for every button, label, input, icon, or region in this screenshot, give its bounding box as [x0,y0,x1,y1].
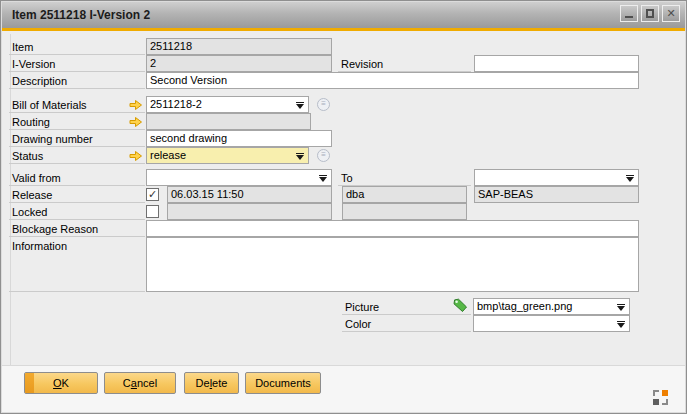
release-datetime-field: 06.03.15 11:50 [167,186,332,203]
grip-square-orange [662,390,668,396]
valid-from-label: Valid from [9,170,145,186]
dropdown-arrow-icon [296,155,304,160]
locked-checkbox[interactable] [146,205,159,218]
revision-label: Revision [338,56,471,72]
dropdown-arrow-icon [617,323,625,328]
locked-datetime-field [167,203,332,220]
drawing-number-input[interactable]: second drawing [146,130,332,147]
iversion-label: I-Version [9,56,145,72]
documents-button[interactable]: Documents [245,372,321,394]
status-combo[interactable]: release [146,147,309,164]
minimize-button[interactable] [620,5,638,22]
release-user-field: dba [342,186,467,203]
drawing-number-label: Drawing number [9,131,145,147]
close-icon: ✕ [666,7,675,19]
description-label: Description [9,73,145,89]
routing-field [146,113,311,130]
delete-button[interactable]: Delete [184,372,239,394]
item-label: Item [9,39,145,55]
revision-input[interactable] [474,55,639,72]
picture-combo[interactable]: bmp\tag_green.png [473,298,630,315]
ok-button-accent [25,373,34,393]
bom-link-arrow-icon[interactable] [129,99,143,111]
blockage-reason-input[interactable] [146,220,639,237]
iversion-field: 2 [146,55,332,72]
minimize-icon [625,16,633,18]
release-checkbox[interactable]: ✓ [146,188,159,201]
bom-option-icon[interactable]: ≡ [317,98,330,111]
status-link-arrow-icon[interactable] [129,150,143,162]
dialog-window: Item 2511218 I-Version 2 ✕ Item 2511218 … [0,0,687,414]
grip-square-gray [653,399,659,405]
ok-label-key: O [53,377,62,389]
locked-user-field [342,203,467,220]
ok-button[interactable]: OK [24,372,98,394]
dropdown-arrow-icon [319,177,327,182]
documents-label: Documents [255,377,311,389]
information-textarea[interactable] [146,237,639,292]
picture-combo-value: bmp\tag_green.png [477,300,572,312]
routing-label: Routing [9,114,145,130]
bom-label: Bill of Materials [9,97,145,113]
cancel-button[interactable]: Cancel [104,372,176,394]
maximize-icon [646,9,654,18]
green-tag-icon [451,298,468,313]
grip-corner-tl [653,390,659,396]
color-label: Color [342,316,471,332]
grip-corner-br [662,399,668,405]
valid-to-combo[interactable] [474,169,639,186]
description-input[interactable]: Second Version [146,72,639,89]
delete-label-post: ete [212,377,227,389]
title-bar[interactable]: Item 2511218 I-Version 2 [2,2,685,28]
maximize-button[interactable] [641,5,659,22]
release-label: Release [9,187,145,203]
resize-grip-icon[interactable] [653,390,668,405]
status-combo-value: release [150,149,186,161]
locked-label: Locked [9,204,145,220]
close-button[interactable]: ✕ [662,5,680,22]
color-combo[interactable] [473,315,630,332]
dropdown-arrow-icon [296,104,304,109]
delete-label-pre: De [196,377,210,389]
status-label: Status [9,148,145,164]
status-option-icon[interactable]: ≡ [317,149,330,162]
cancel-label-post: ncel [137,377,157,389]
blockage-reason-label: Blockage Reason [9,221,145,237]
bom-combo-value: 2511218-2 [150,98,202,110]
item-field: 2511218 [146,38,332,55]
dropdown-arrow-icon [626,177,634,182]
valid-to-label: To [338,170,471,186]
bom-combo[interactable]: 2511218-2 [146,96,309,113]
routing-link-arrow-icon[interactable] [129,116,143,128]
cancel-label-pre: C [123,377,131,389]
ok-label-post: K [62,377,69,389]
window-title: Item 2511218 I-Version 2 [12,2,150,28]
dropdown-arrow-icon [617,306,625,311]
information-label: Information [9,238,145,292]
release-system-field: SAP-BEAS [474,186,639,203]
valid-from-combo[interactable] [146,169,332,186]
